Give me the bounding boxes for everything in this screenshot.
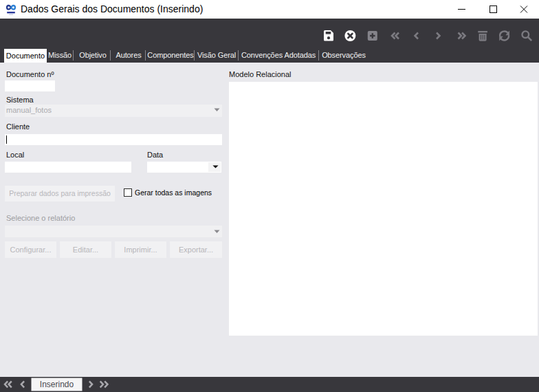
svg-text:Inserindo: Inserindo bbox=[40, 380, 74, 389]
